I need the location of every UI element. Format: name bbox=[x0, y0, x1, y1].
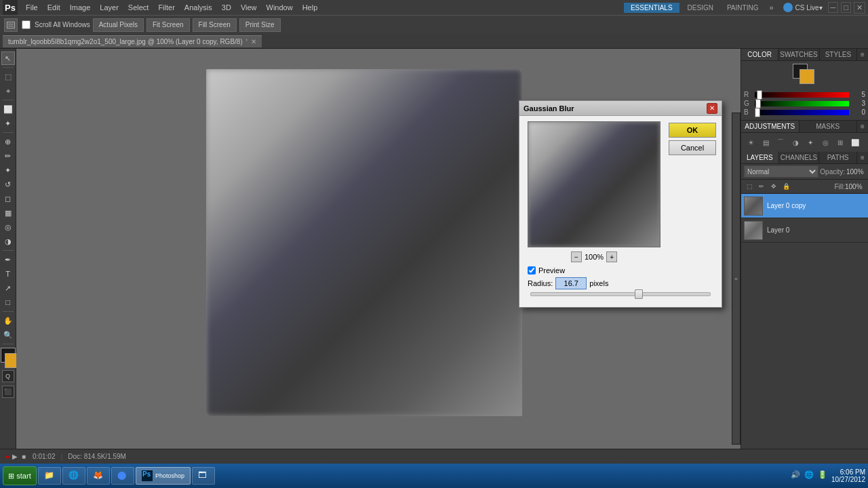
tray-icon-1[interactable]: 🔊 bbox=[791, 470, 802, 481]
move-tool[interactable]: ↖ bbox=[1, 52, 15, 65]
dodge-tool[interactable]: ◑ bbox=[1, 235, 15, 248]
preview-label[interactable]: Preview bbox=[538, 266, 565, 274]
lock-paint-icon[interactable]: ✏ bbox=[756, 181, 767, 192]
hue-adj-icon[interactable]: ◎ bbox=[818, 136, 832, 149]
painting-btn[interactable]: PAINTING bbox=[722, 3, 764, 13]
history-tool[interactable]: ↺ bbox=[1, 178, 15, 191]
blend-mode-select[interactable]: Normal bbox=[744, 165, 818, 178]
tray-icon-3[interactable]: 🔋 bbox=[818, 470, 829, 481]
menu-analysis[interactable]: Analysis bbox=[180, 2, 216, 13]
actual-pixels-btn[interactable]: Actual Pixels bbox=[93, 18, 144, 32]
color-tab[interactable]: COLOR bbox=[741, 49, 778, 60]
gaussian-blur-dialog[interactable]: Gaussian Blur ✕ − 100% + bbox=[519, 100, 722, 308]
lasso-tool[interactable]: ⌖ bbox=[1, 84, 15, 98]
layer-item-1[interactable]: Layer 0 bbox=[741, 218, 868, 243]
panel-toggle[interactable]: « bbox=[732, 113, 741, 445]
gradient-tool[interactable]: ▦ bbox=[1, 206, 15, 220]
menu-layer[interactable]: Layer bbox=[96, 2, 123, 13]
eyedropper-tool[interactable]: ✦ bbox=[1, 117, 15, 130]
close-btn[interactable]: ✕ bbox=[854, 2, 865, 14]
levels-adj-icon[interactable]: ▤ bbox=[759, 136, 772, 149]
swatches-tab[interactable]: SWATCHES bbox=[778, 49, 820, 60]
shape-tool[interactable]: □ bbox=[1, 296, 15, 309]
menu-help[interactable]: Help bbox=[298, 2, 322, 13]
fit-screen-btn[interactable]: Fit Screen bbox=[146, 18, 190, 32]
zoom-in-btn[interactable]: + bbox=[606, 251, 617, 262]
color-balance-adj-icon[interactable]: ⊞ bbox=[833, 136, 847, 149]
lock-transparent-icon[interactable]: ⬚ bbox=[744, 181, 755, 192]
menu-edit[interactable]: Edit bbox=[43, 2, 64, 13]
zoom-out-btn[interactable]: − bbox=[571, 251, 582, 262]
layers-tab[interactable]: LAYERS bbox=[741, 152, 779, 163]
selection-tool[interactable]: ⬚ bbox=[1, 70, 15, 83]
radius-slider-thumb[interactable] bbox=[635, 289, 643, 299]
fill-screen-btn[interactable]: Fill Screen bbox=[193, 18, 237, 32]
essentials-btn[interactable]: ESSENTIALS bbox=[624, 3, 679, 13]
radius-input[interactable]: 16.7 bbox=[555, 277, 587, 289]
scroll-all-checkbox[interactable] bbox=[22, 20, 31, 29]
taskbar-chrome[interactable]: ⬤ bbox=[111, 467, 134, 485]
ok-button[interactable]: OK bbox=[669, 123, 716, 138]
curves-adj-icon[interactable]: ⌒ bbox=[774, 136, 787, 149]
layer-item-0[interactable]: Layer 0 copy bbox=[741, 194, 868, 218]
lock-all-icon[interactable]: 🔒 bbox=[781, 181, 791, 192]
print-size-btn[interactable]: Print Size bbox=[239, 18, 281, 32]
tray-icon-2[interactable]: 🌐 bbox=[804, 470, 815, 481]
green-slider[interactable] bbox=[755, 101, 849, 106]
healing-tool[interactable]: ⊕ bbox=[1, 135, 15, 148]
taskbar-firefox[interactable]: 🦊 bbox=[87, 467, 110, 485]
taskbar-windows[interactable]: 🗔 bbox=[192, 467, 215, 485]
brush-tool[interactable]: ✏ bbox=[1, 149, 15, 163]
menu-filter[interactable]: Filter bbox=[154, 2, 178, 13]
menu-3d[interactable]: 3D bbox=[218, 2, 235, 13]
menu-image[interactable]: Image bbox=[66, 2, 95, 13]
system-clock[interactable]: 6:06 PM10/27/2012 bbox=[831, 468, 865, 483]
preview-checkbox[interactable] bbox=[528, 266, 536, 274]
blue-slider[interactable] bbox=[755, 110, 849, 115]
preview-canvas[interactable] bbox=[528, 121, 660, 247]
paths-tab[interactable]: PATHS bbox=[819, 152, 857, 163]
dialog-close-btn[interactable]: ✕ bbox=[707, 103, 717, 114]
eraser-tool[interactable]: ◻ bbox=[1, 192, 15, 205]
cancel-button[interactable]: Cancel bbox=[669, 140, 716, 155]
tool-options-icon[interactable] bbox=[4, 18, 18, 32]
zoom-tool[interactable]: 🔍 bbox=[1, 328, 15, 342]
vibrance-adj-icon[interactable]: ✦ bbox=[804, 136, 817, 149]
red-slider[interactable] bbox=[755, 92, 849, 98]
adjustments-tab[interactable]: ADJUSTMENTS bbox=[741, 121, 800, 132]
screen-mode-btn[interactable]: ⬛ bbox=[2, 386, 14, 398]
menu-window[interactable]: Window bbox=[262, 2, 297, 13]
menu-view[interactable]: View bbox=[237, 2, 261, 13]
red-thumb[interactable] bbox=[757, 90, 762, 100]
menu-file[interactable]: File bbox=[22, 2, 42, 13]
taskbar-explorer[interactable]: 📁 bbox=[38, 467, 61, 485]
clone-tool[interactable]: ✦ bbox=[1, 163, 15, 177]
styles-tab[interactable]: STYLES bbox=[820, 49, 857, 60]
exposure-adj-icon[interactable]: ◑ bbox=[789, 136, 802, 149]
document-tab[interactable]: tumblr_lqoobb5l8b1qmg2w2o1_500_large.jpg… bbox=[3, 35, 262, 47]
restore-btn[interactable]: □ bbox=[841, 2, 851, 13]
taskbar-photoshop[interactable]: Ps Photoshop bbox=[136, 467, 191, 485]
stop-btn[interactable]: ■ bbox=[20, 453, 27, 460]
bg-swatch[interactable] bbox=[800, 69, 814, 84]
channels-tab[interactable]: CHANNELS bbox=[779, 152, 819, 163]
cs-live-label[interactable]: CS Live▾ bbox=[795, 4, 823, 12]
design-btn[interactable]: DESIGN bbox=[682, 3, 719, 13]
bw-adj-icon[interactable]: ⬜ bbox=[848, 136, 862, 149]
quick-mask-btn[interactable]: Q bbox=[2, 370, 14, 382]
green-thumb[interactable] bbox=[755, 99, 761, 108]
blur-tool[interactable]: ◎ bbox=[1, 220, 15, 234]
crop-tool[interactable]: ⬜ bbox=[1, 102, 15, 116]
text-tool[interactable]: T bbox=[1, 267, 15, 281]
more-workspaces-btn[interactable]: » bbox=[766, 3, 776, 12]
pen-tool[interactable]: ✒ bbox=[1, 253, 15, 266]
lock-move-icon[interactable]: ✥ bbox=[768, 181, 779, 192]
menu-select[interactable]: Select bbox=[124, 2, 153, 13]
brightness-adj-icon[interactable]: ☀ bbox=[744, 136, 757, 149]
document-close-btn[interactable]: ✕ bbox=[251, 38, 256, 45]
start-button[interactable]: ⊞ start bbox=[3, 466, 37, 485]
panel-menu-btn[interactable]: ≡ bbox=[857, 49, 868, 60]
color-swatch-area[interactable] bbox=[1, 348, 16, 367]
masks-tab[interactable]: MASKS bbox=[800, 121, 858, 132]
play-btn[interactable]: ▶ bbox=[11, 453, 19, 460]
